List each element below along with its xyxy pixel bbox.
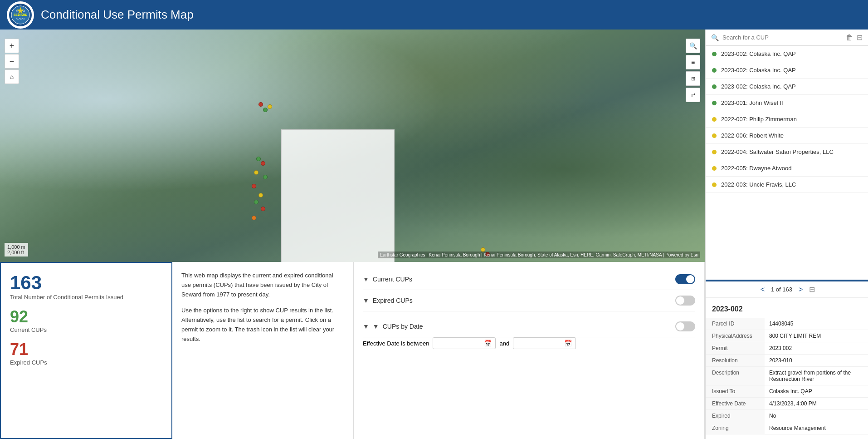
detail-val-parcel-id: 14403045 xyxy=(765,318,868,330)
trash-icon[interactable]: 🗑 xyxy=(846,34,853,42)
search-bar: 🔍 🗑 ⊟ xyxy=(706,30,868,46)
date-start-input[interactable] xyxy=(437,340,482,347)
city-logo: CITY OF SEWARD ALASKA xyxy=(7,1,34,29)
cup-item-label: 2023-001: John Wisel II xyxy=(721,99,783,106)
list-item[interactable]: 2023-001: John Wisel II xyxy=(706,95,868,111)
date-filter-inputs: Effective Date is between 📅 and 📅 xyxy=(363,337,695,349)
expired-cups-filter-row: ▼ Expired CUPs xyxy=(363,290,695,311)
expired-cups-number: 71 xyxy=(10,340,162,359)
list-item[interactable]: 2022-006: Robert White xyxy=(706,128,868,144)
map-marker[interactable] xyxy=(254,170,258,175)
detail-key-issued-to: Issued To xyxy=(706,385,765,397)
detail-panel: 2023-002 Parcel ID 14403045 PhysicalAddr… xyxy=(706,298,868,439)
scale-text-1: 1,000 m xyxy=(7,244,25,250)
expired-cups-filter-label: ▼ Expired CUPs xyxy=(363,297,413,304)
map-controls-right: 🔍 ≡ ⊞ ⇄ xyxy=(686,39,700,102)
cup-item-label: 2022-003: Uncle Fravis, LLC xyxy=(721,181,796,188)
description-text-1: This web map displays the current and ex… xyxy=(181,271,344,299)
detail-val-effective-date: 4/13/2023, 4:00 PM xyxy=(765,398,868,409)
scale-bar: 1,000 m 2,000 ft xyxy=(5,243,28,256)
map-marker[interactable] xyxy=(252,184,256,188)
detail-val-expired: No xyxy=(765,410,868,422)
current-page: 1 xyxy=(771,286,774,293)
layers-button[interactable]: ≡ xyxy=(686,55,700,69)
detail-val-description: Extract gravel from portions of the Resu… xyxy=(765,367,868,385)
current-cups-filter-row: ▼ Current CUPs xyxy=(363,269,695,290)
map-marker[interactable] xyxy=(261,207,265,211)
home-button[interactable]: ⌂ xyxy=(5,69,19,84)
prev-page-button[interactable]: < xyxy=(759,286,766,294)
next-page-button[interactable]: > xyxy=(797,286,805,294)
detail-row-physical-address: PhysicalAddress 800 CITY LIMIT REM xyxy=(706,330,868,342)
cup-dot xyxy=(712,52,717,56)
map-overlay-box xyxy=(281,129,395,262)
list-item[interactable]: 2023-002: Colaska Inc. QAP xyxy=(706,46,868,62)
description-panel: This web map displays the current and ex… xyxy=(172,262,354,439)
current-cups-toggle[interactable] xyxy=(675,274,695,284)
zoom-in-button[interactable]: + xyxy=(5,39,19,53)
calendar-end-icon[interactable]: 📅 xyxy=(564,340,572,347)
filter-panel: ▼ Current CUPs ▼ Expired CUPs xyxy=(354,262,705,439)
detail-val-resolution: 2023-010 xyxy=(765,355,868,366)
map-marker[interactable] xyxy=(263,108,268,112)
stats-panel: 163 Total Number of Conditional Permits … xyxy=(0,262,172,439)
detail-row-effective-date: Effective Date 4/13/2023, 4:00 PM xyxy=(706,398,868,410)
detail-row-resolution: Resolution 2023-010 xyxy=(706,355,868,367)
svg-text:SEWARD: SEWARD xyxy=(14,13,28,16)
date-end-input[interactable] xyxy=(517,340,562,347)
list-item[interactable]: 2023-002: Colaska Inc. QAP xyxy=(706,62,868,79)
qr-button[interactable]: ⊞ xyxy=(686,71,700,86)
cups-by-date-filter-text: CUPs by Date xyxy=(383,323,423,330)
grid-view-icon[interactable]: ⊟ xyxy=(857,33,863,42)
cups-by-date-toggle[interactable] xyxy=(675,321,695,331)
cup-dot xyxy=(712,166,717,171)
list-item[interactable]: 2022-003: Uncle Fravis, LLC xyxy=(706,177,868,193)
map-marker[interactable] xyxy=(268,104,272,109)
list-item[interactable]: 2022-004: Saltwater Safari Properties, L… xyxy=(706,144,868,160)
zoom-out-button[interactable]: − xyxy=(5,54,19,69)
cup-item-label: 2023-002: Colaska Inc. QAP xyxy=(721,50,796,57)
expired-cups-filter-text: Expired CUPs xyxy=(373,297,413,304)
map-marker[interactable] xyxy=(258,193,263,197)
date-start-input-wrap[interactable]: 📅 xyxy=(433,337,496,349)
date-end-input-wrap[interactable]: 📅 xyxy=(513,337,576,349)
current-cups-label: Current CUPs xyxy=(10,326,162,333)
description-text-2: Use the options to the right to show CUP… xyxy=(181,306,344,344)
detail-val-permit: 2023 002 xyxy=(765,342,868,354)
map-marker[interactable] xyxy=(261,161,265,166)
detail-row-issued-to: Issued To Colaska Inc. QAP xyxy=(706,385,868,398)
map-attribution: Earthstar Geographics | Kenai Peninsula … xyxy=(378,252,700,258)
list-item[interactable]: 2022-007: Philip Zimmerman xyxy=(706,111,868,128)
map-marker[interactable] xyxy=(254,200,258,204)
page-title: Conditional Use Permits Map xyxy=(41,8,194,22)
cup-item-label: 2023-002: Colaska Inc. QAP xyxy=(721,67,796,74)
list-view-icon[interactable]: ⊟ xyxy=(809,285,815,294)
filter-icon-expired: ▼ xyxy=(363,297,369,304)
cup-item-label: 2023-002: Colaska Inc. QAP xyxy=(721,83,796,90)
detail-row-description: Description Extract gravel from portions… xyxy=(706,367,868,385)
detail-key-resolution: Resolution xyxy=(706,355,765,366)
search-map-button[interactable]: 🔍 xyxy=(686,39,700,53)
page-info: 1 of 163 xyxy=(771,286,792,293)
search-input[interactable] xyxy=(722,34,842,41)
list-item[interactable]: 2023-002: Colaska Inc. QAP xyxy=(706,79,868,95)
current-cups-filter-label: ▼ Current CUPs xyxy=(363,276,412,283)
map-marker[interactable] xyxy=(256,157,261,161)
detail-row-permit: Permit 2023 002 xyxy=(706,342,868,355)
current-cups-number: 92 xyxy=(10,307,162,326)
chevron-down-icon: ▼ xyxy=(363,323,369,330)
calendar-start-icon[interactable]: 📅 xyxy=(484,340,492,347)
map-marker[interactable] xyxy=(252,216,256,220)
map-container[interactable]: + − ⌂ 🔍 ≡ ⊞ ⇄ 1,000 m 2,000 ft Earth xyxy=(0,30,705,262)
detail-key-permit: Permit xyxy=(706,342,765,354)
bottom-panels: 163 Total Number of Conditional Permits … xyxy=(0,262,705,439)
compare-button[interactable]: ⇄ xyxy=(686,88,700,102)
header: CITY OF SEWARD ALASKA Conditional Use Pe… xyxy=(0,0,868,30)
map-marker[interactable] xyxy=(258,102,263,107)
search-icon: 🔍 xyxy=(711,34,719,41)
map-marker[interactable] xyxy=(263,175,268,179)
detail-row-parcel-id: Parcel ID 14403045 xyxy=(706,318,868,330)
expired-cups-toggle[interactable] xyxy=(675,296,695,306)
list-item[interactable]: 2022-005: Dwayne Atwood xyxy=(706,160,868,177)
right-sidebar: 🔍 🗑 ⊟ 2023-002: Colaska Inc. QAP 2023-00… xyxy=(705,30,868,439)
